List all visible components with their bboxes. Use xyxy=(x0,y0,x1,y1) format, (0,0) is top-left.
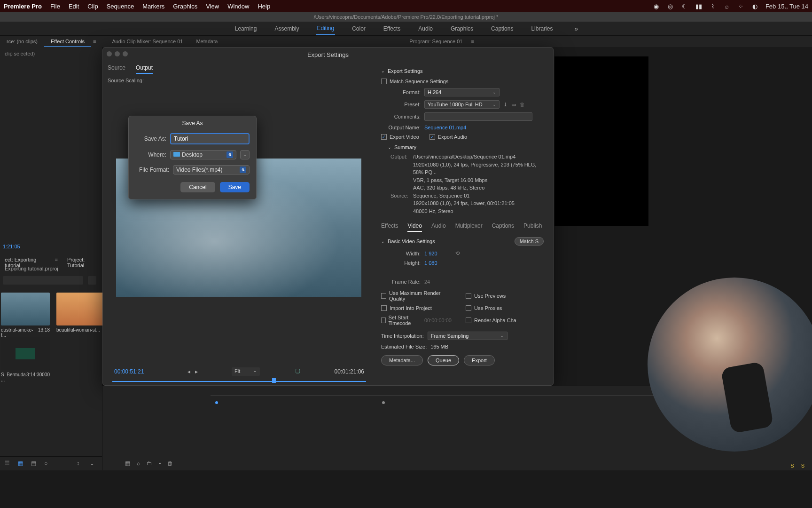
use-proxies-checkbox[interactable]: Use Proxies xyxy=(466,305,536,311)
save-button[interactable]: Save xyxy=(220,182,250,192)
clip-thumb-2[interactable]: beautiful-woman-st... xyxy=(56,293,105,338)
use-previews-checkbox[interactable]: Use Previews xyxy=(466,290,536,302)
app-icon[interactable]: ◎ xyxy=(667,2,674,10)
menu-clip[interactable]: Clip xyxy=(87,3,98,10)
tab-source-preview[interactable]: Source xyxy=(108,64,125,74)
metadata-button[interactable]: Metadata... xyxy=(381,355,423,365)
menu-window[interactable]: Window xyxy=(227,3,249,10)
workspace-effects[interactable]: Effects xyxy=(383,23,401,35)
import-preset-icon[interactable]: ⤓ xyxy=(503,102,508,108)
import-into-project-checkbox[interactable]: Import Into Project xyxy=(381,305,452,311)
workspace-assembly[interactable]: Assembly xyxy=(273,23,300,35)
delete-preset-icon[interactable]: 🗑 xyxy=(520,102,525,107)
trash-icon[interactable]: 🗑 xyxy=(167,460,173,467)
framerate-field[interactable]: 24 xyxy=(424,279,430,285)
workspace-audio[interactable]: Audio xyxy=(417,23,434,35)
height-field[interactable]: 1 080 xyxy=(424,260,437,266)
panel-menu-icon-2[interactable]: ≡ xyxy=(471,39,474,44)
tab-program[interactable]: Program: Sequence 01 xyxy=(403,37,469,46)
battery-icon[interactable]: ▮▮ xyxy=(695,2,703,10)
save-preset-icon[interactable]: ▭ xyxy=(511,102,516,108)
output-name-link[interactable]: Sequence 01.mp4 xyxy=(424,125,466,130)
queue-button[interactable]: Queue xyxy=(428,355,459,365)
freeform-view-icon[interactable]: ▤ xyxy=(31,460,39,468)
menu-markers[interactable]: Markers xyxy=(142,3,164,10)
record-icon[interactable]: ◉ xyxy=(653,2,660,10)
cancel-button[interactable]: Cancel xyxy=(180,182,215,192)
menu-view[interactable]: View xyxy=(206,3,219,10)
solo-buttons[interactable]: S S xyxy=(790,463,807,468)
export-audio-checkbox[interactable]: ✓Export Audio xyxy=(429,134,467,140)
subtab-effects[interactable]: Effects xyxy=(381,222,398,232)
summary-section[interactable]: ⌄Summary xyxy=(381,142,544,153)
chevron-down-icon[interactable]: ⌄ xyxy=(90,460,97,468)
preview-scrubber[interactable] xyxy=(112,379,366,384)
menubar-date[interactable]: Feb 15., Tue 14 xyxy=(765,3,808,10)
expand-dialog-button[interactable]: ⌄ xyxy=(240,150,250,159)
new-bin-icon[interactable]: 🗀 xyxy=(147,460,152,467)
search-bin-icon[interactable]: ⌕ xyxy=(137,460,140,467)
step-back-icon[interactable]: ◂ xyxy=(187,368,190,375)
format-dropdown[interactable]: H.264⌄ xyxy=(424,88,500,96)
sort-icon[interactable]: ↕ xyxy=(77,460,84,468)
list-view-icon[interactable]: ☰ xyxy=(5,460,12,468)
preset-dropdown[interactable]: YouTube 1080p Full HD⌄ xyxy=(424,100,500,109)
subtab-publish[interactable]: Publish xyxy=(523,222,542,232)
workspace-captions[interactable]: Captions xyxy=(490,23,514,35)
match-sequence-checkbox[interactable]: Match Sequence Settings xyxy=(381,79,448,84)
menu-graphics[interactable]: Graphics xyxy=(173,3,197,10)
match-source-button[interactable]: Match S xyxy=(515,237,544,246)
saveas-format-dropdown[interactable]: Video Files(*.mp4)⇅ xyxy=(173,165,250,175)
subtab-audio[interactable]: Audio xyxy=(431,222,446,232)
panel-menu-icon[interactable]: ≡ xyxy=(93,39,96,44)
tab-source[interactable]: rce: (no clips) xyxy=(0,37,44,46)
playhead-icon[interactable] xyxy=(272,378,276,383)
saveas-where-dropdown[interactable]: Desktop⇅ xyxy=(170,150,236,159)
workspace-learning[interactable]: Learning xyxy=(234,23,258,35)
subtab-captions[interactable]: Captions xyxy=(492,222,514,232)
window-traffic-lights[interactable] xyxy=(107,51,128,56)
export-video-checkbox[interactable]: ✓Export Video xyxy=(381,134,419,140)
tab-effect-controls[interactable]: Effect Controls xyxy=(44,37,91,47)
control-center-icon[interactable]: ⁘ xyxy=(737,2,745,10)
clip-thumb-3[interactable]: S_Bermuda ...3:14:30000 xyxy=(1,337,50,382)
max-render-quality-checkbox[interactable]: Use Maximum Render Quality xyxy=(381,290,452,302)
export-settings-section[interactable]: ⌄Export Settings xyxy=(381,65,544,77)
workspace-overflow-icon[interactable]: » xyxy=(574,25,578,32)
workspace-libraries[interactable]: Libraries xyxy=(530,23,554,35)
siri-icon[interactable]: ◐ xyxy=(751,2,759,10)
clip-thumb-1[interactable]: dustrial-smoke-f...13:18 xyxy=(1,293,50,338)
menu-sequence[interactable]: Sequence xyxy=(107,3,134,10)
timeline-marker-icon[interactable] xyxy=(382,401,385,404)
subtab-multiplexer[interactable]: Multiplexer xyxy=(455,222,483,232)
preview-current-time[interactable]: 00:00:51:21 xyxy=(114,368,144,375)
saveas-name-input[interactable] xyxy=(170,133,250,144)
menu-edit[interactable]: Edit xyxy=(69,3,79,10)
wifi-icon[interactable]: ⌇ xyxy=(709,2,717,10)
width-field[interactable]: 1 920 xyxy=(424,251,437,256)
step-forward-icon[interactable]: ▸ xyxy=(195,368,198,375)
aspect-ratio-icon[interactable]: ▢ xyxy=(295,367,300,374)
new-item-icon[interactable]: ▦ xyxy=(125,460,130,467)
basic-video-section[interactable]: ⌄Basic Video Settings Match S xyxy=(381,234,544,248)
comments-input[interactable] xyxy=(424,112,532,121)
zoom-slider-icon[interactable]: ○ xyxy=(44,460,52,468)
subtab-video[interactable]: Video xyxy=(407,222,422,232)
clear-icon[interactable]: ▪ xyxy=(159,460,161,467)
link-dimensions-icon[interactable]: ⟲ xyxy=(455,250,460,256)
moon-icon[interactable]: ☾ xyxy=(681,2,688,10)
workspace-graphics[interactable]: Graphics xyxy=(450,23,474,35)
set-start-timecode-checkbox[interactable]: Set Start Timecode 00:00:00:00 xyxy=(381,315,452,326)
project-tab-2[interactable]: Project: Tutorial xyxy=(67,257,97,268)
time-interp-dropdown[interactable]: Frame Sampling⌄ xyxy=(428,332,508,340)
menu-file[interactable]: File xyxy=(50,3,60,10)
timeline-playhead-icon[interactable] xyxy=(215,401,218,404)
workspace-editing[interactable]: Editing xyxy=(316,22,335,35)
icon-view-icon[interactable]: ▦ xyxy=(18,460,25,468)
search-icon[interactable]: ⌕ xyxy=(723,2,731,10)
workspace-color[interactable]: Color xyxy=(351,23,367,35)
tab-output-preview[interactable]: Output xyxy=(136,64,153,74)
menu-help[interactable]: Help xyxy=(258,3,270,10)
fit-dropdown[interactable]: Fit ⌄ xyxy=(232,367,260,376)
export-button[interactable]: Export xyxy=(464,355,495,365)
